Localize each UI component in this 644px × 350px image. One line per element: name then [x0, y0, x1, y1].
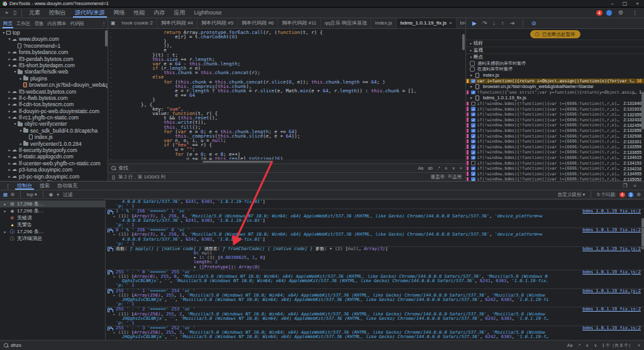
chevron-right-icon[interactable]: ▸	[7, 108, 12, 114]
tree-item[interactable]: ▸☁lf-static.applogcdn.com	[0, 153, 108, 160]
console-message[interactable]: 函数: ƒ apply() { [native code] } 调用者: ƒ f…	[106, 246, 644, 270]
object-property-line[interactable]: ▸ [[Prototype]]: Array(0)	[106, 265, 644, 270]
checkbox-icon[interactable]	[470, 61, 475, 66]
panel-tab-性能[interactable]: 性能	[130, 8, 150, 18]
dock-icon[interactable]: ❐	[623, 183, 627, 189]
console-message-line[interactable]: 4.0.0.0 Safari/537.36', 6241, 6303, '1.0…	[106, 238, 644, 242]
tree-item[interactable]: ▾slardar/fe/sdk-web	[0, 68, 108, 75]
console-message-line[interactable]: ▸(11) [Array(3), 1, 256, 8, 'Mozilla/5.0…	[106, 214, 644, 219]
breakpoint-checkbox[interactable]	[471, 145, 475, 149]
breakpoint-checkbox[interactable]	[471, 118, 475, 123]
console-message-line[interactable]: JHQghsIvC8LNKjx', '', 'Mozilla/5.0 (Wind…	[106, 298, 644, 302]
breakpoint-file-group[interactable]: ▾bdms_1.0.1.19_fix.js	[466, 95, 644, 101]
match-case-toggle[interactable]: Aa	[567, 343, 573, 347]
panel-tab-网络[interactable]: 网络	[109, 8, 130, 18]
issues-error-badge[interactable]: 4	[619, 192, 625, 197]
chevron-down-icon[interactable]: ▾	[13, 121, 18, 127]
open-file-icon[interactable]: ▣	[108, 18, 118, 28]
breakpoint-entry[interactable]: if(!window.bdms){!function(){var t={6696…	[466, 128, 644, 134]
console-message[interactable]: 255 ' - ' 1 '=====>' 254 'vc 'bdms_1.0.1…	[106, 288, 644, 307]
object-property-line[interactable]: ▸ 1: (3) [0.00390625, 1, 0]	[106, 256, 644, 260]
resume-script-button[interactable]: ▶	[472, 20, 477, 26]
console-message[interactable]: 255 ' - ' 0 '=====>' 255 'vc 'bdms_1.0.1…	[106, 270, 644, 288]
panel-tab-元素[interactable]: 元素	[25, 8, 45, 18]
regex-toggle[interactable]: .*	[437, 166, 440, 170]
panel-tab-控制台[interactable]: 控制台	[45, 8, 70, 18]
chevron-down-icon[interactable]: ▾	[469, 84, 474, 89]
console-message-line[interactable]: 'p: ' 1	[106, 283, 644, 288]
chevron-down-icon[interactable]: ▾	[7, 114, 12, 121]
breakpoint-entry[interactable]: if(!window.bdms){!function(){var t={6696…	[466, 133, 644, 139]
console-sidebar-item[interactable]: ▸▤17,296 条…	[0, 200, 105, 207]
breakpoint-file-group[interactable]: ▾browser.cn.js?bid=douyin_web&globalName…	[466, 84, 644, 90]
panel-tab-内存[interactable]: 内存	[150, 8, 170, 18]
breakpoint-entry[interactable]: if(!window.bdms){!function(){var t={6696…	[466, 166, 644, 172]
breakpoint-entry[interactable]: if(!window.bdms){!function(){var t={6696…	[466, 117, 644, 123]
navigator-tab-内容脚本[interactable]: 内容脚本	[46, 19, 69, 28]
editor-tab[interactable]: 脚本代码段 #11	[278, 18, 321, 28]
console-message-line[interactable]: 8 ' % ' 256 '=====>' 8 'vc 'bdms_1.0.1.1…	[106, 228, 644, 232]
breakpoint-entry[interactable]: if(!window.bdms){!function(){var t={6696…	[466, 177, 644, 181]
panel-tab-源代码/来源[interactable]: 源代码/来源	[70, 8, 109, 18]
console-message-line[interactable]: 255 ' - ' 0 '=====>' 255 'vc 'bdms_1.0.1…	[106, 270, 644, 275]
drawer-tab-自动填充[interactable]: 自动填充	[53, 182, 81, 190]
panel-tab-应用[interactable]: 应用	[170, 8, 190, 18]
source-link[interactable]: bdms_1.0.1.19_fix.js:2	[580, 289, 641, 293]
console-sidebar-item[interactable]: ▸◉17,296 条…	[0, 207, 105, 214]
breakpoint-checkbox[interactable]	[471, 102, 475, 106]
editor-vertical-scrollbar[interactable]	[462, 34, 465, 50]
chevron-right-icon[interactable]: ▸	[3, 229, 8, 234]
breakpoint-entry[interactable]: if(!window.bdms){!function(){var t={6696…	[466, 101, 644, 107]
editor-horizontal-scrollbar[interactable]	[108, 160, 465, 163]
console-sidebar-item[interactable]: ⊘无错误	[0, 214, 105, 221]
tree-item[interactable]: ▸☁p3-luna.douyinpic.com	[0, 167, 108, 173]
tree-item[interactable]: ▸☁lf-c-flwb.bytetos.com	[0, 95, 108, 101]
chevron-down-icon[interactable]: ▾	[469, 96, 474, 100]
breakpoint-entry[interactable]: if(!window.bdms){!function(){var t={6696…	[466, 144, 644, 150]
editor-tab[interactable]: index.js	[371, 18, 396, 28]
breakpoint-checkbox[interactable]	[471, 123, 475, 128]
breakpoint-entry[interactable]: if(!window.bdms){!function(){var t={6696…	[466, 160, 644, 166]
chevron-right-icon[interactable]: ▸	[7, 173, 12, 180]
code-line[interactable]: }	[108, 97, 465, 102]
minimize-button[interactable]: –	[611, 1, 613, 6]
navigator-tab-工作区[interactable]: 工作区	[14, 19, 33, 28]
tree-item[interactable]: ▾☁www.douyin.com	[0, 36, 108, 42]
breakpoint-checkbox[interactable]	[471, 139, 475, 144]
find-previous-button[interactable]: ∧	[445, 166, 448, 171]
close-find-icon[interactable]: ×	[460, 166, 462, 170]
console-message-line[interactable]: ▸(11) [Array(256), 255, 3, 'Mozilla/5.0 …	[106, 331, 644, 335]
chevron-right-icon[interactable]: ▸	[18, 75, 23, 82]
debugger-section-线程[interactable]: ▸线程	[466, 40, 644, 46]
pause-option[interactable]: 在遇到异常时暂停	[466, 67, 644, 73]
live-expression-icon[interactable]: ◉	[49, 192, 53, 197]
console-message-line[interactable]: 4.0.0.0 Safari/537.36', 6241, 6303, '1.0…	[106, 200, 644, 204]
tree-item[interactable]: ▸☁lf-cdn-tos.bytescm.com	[0, 101, 108, 107]
clear-console-icon[interactable]: ⊘	[11, 192, 14, 197]
collapse-arrow-icon[interactable]: ▸	[113, 214, 115, 219]
chevron-right-icon[interactable]: ▸	[7, 160, 12, 167]
breakpoint-entry[interactable]: !function(){"use strict";var y=function(…	[466, 90, 644, 96]
breakpoint-entry[interactable]: var i=function(){return i=Object.assign|…	[466, 79, 644, 84]
tree-item[interactable]: ▾☁lf-rc1.yhgfb-cn-static.com	[0, 114, 108, 121]
chevron-right-icon[interactable]: ▸	[3, 209, 8, 213]
breakpoint-checkbox[interactable]	[471, 90, 475, 95]
chevron-right-icon[interactable]: ▸	[7, 89, 12, 95]
tree-item[interactable]: ▸☁lf-security.bytegoofy.com	[0, 147, 108, 153]
navigator-tab-网页[interactable]: 网页	[1, 19, 14, 28]
breakpoint-checkbox[interactable]	[471, 167, 475, 171]
source-link[interactable]: bdms_1.0.1.19_fix.js:2	[580, 307, 641, 312]
tree-item[interactable]: ▸☁lf3-perdah.bytetos.com	[0, 56, 108, 62]
debugger-scrollbar[interactable]	[641, 92, 644, 129]
step-over-button[interactable]: ↷	[482, 20, 487, 26]
tree-item[interactable]: ▸☁lf-ucenter-web.yhgfb-cn-static.com	[0, 160, 108, 167]
tree-item[interactable]: ▸verifycenter/1.0.0.284	[0, 141, 108, 147]
chevron-right-icon[interactable]: ▸	[7, 95, 12, 101]
tree-item[interactable]: ▸☁p3-pc-sign.douyinpic.com	[0, 173, 108, 180]
tree-item[interactable]: ▸plugins	[0, 75, 108, 82]
drawer-kebab-icon[interactable]: ⋮	[3, 183, 13, 189]
chevron-right-icon[interactable]: ▸	[7, 167, 12, 173]
console-message-line[interactable]: 函数: ƒ apply() { [native code] } 调用者: ƒ f…	[106, 247, 644, 251]
chevron-right-icon[interactable]: ▸	[18, 141, 23, 147]
console-message-line[interactable]: 4.0.0.0 Safari/537.36', 6241, 6303, '1.0…	[106, 219, 644, 223]
